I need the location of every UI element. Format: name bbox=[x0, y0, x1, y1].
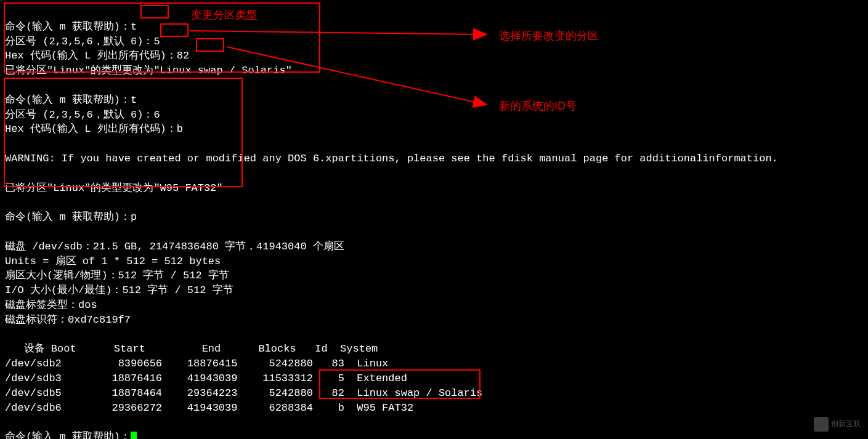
cursor-icon bbox=[131, 432, 137, 439]
watermark-text: 创新互联 bbox=[831, 419, 861, 428]
cmd-prompt-1: 命令(输入 m 获取帮助)： bbox=[5, 21, 131, 33]
partition-row-sdb6: /dev/sdb6 29366272 41943039 6288384 b W9… bbox=[5, 402, 413, 414]
partition-row-sdb3: /dev/sdb3 18876416 41943039 11533312 5 E… bbox=[5, 373, 407, 384]
cmd-line-p: 命令(输入 m 获取帮助)：p bbox=[5, 211, 137, 223]
watermark: 创新互联 bbox=[814, 417, 861, 432]
hex-code-b: Hex 代码(输入 L 列出所有代码)：b bbox=[5, 123, 183, 135]
units-line: Units = 扇区 of 1 * 512 = 512 bytes bbox=[5, 256, 221, 267]
hex-code-prompt-1: Hex 代码(输入 L 列出所有代码)： bbox=[5, 50, 177, 62]
disk-ident-line: 磁盘标识符：0xd7c819f7 bbox=[5, 314, 131, 326]
watermark-logo-icon bbox=[814, 417, 829, 432]
partition-num-6: 分区号 (2,3,5,6，默认 6)：6 bbox=[5, 109, 160, 121]
partition-table-header: 设备 Boot Start End Blocks Id System bbox=[5, 343, 378, 355]
partition-num-5: 5 bbox=[153, 36, 160, 47]
sector-size-line: 扇区大小(逻辑/物理)：512 字节 / 512 字节 bbox=[5, 270, 229, 281]
annotation-change-type: 变更分区类型 bbox=[191, 7, 258, 23]
result-swap: 已将分区"Linux"的类型更改为"Linux swap / Solaris" bbox=[5, 65, 292, 76]
io-size-line: I/O 大小(最小/最佳)：512 字节 / 512 字节 bbox=[5, 284, 233, 296]
label-type-line: 磁盘标签类型：dos bbox=[5, 299, 97, 311]
cmd-prompt-final[interactable]: 命令(输入 m 获取帮助)： bbox=[5, 431, 131, 439]
terminal-output: 命令(输入 m 获取帮助)：t 分区号 (2,3,5,6，默认 6)：5 Hex… bbox=[5, 5, 863, 439]
annotation-select-partition: 选择所要改变的分区 bbox=[499, 28, 599, 44]
partition-row-sdb5: /dev/sdb5 18878464 29364223 5242880 82 L… bbox=[5, 387, 482, 399]
partition-row-sdb2: /dev/sdb2 8390656 18876415 5242880 83 Li… bbox=[5, 358, 388, 369]
annotation-new-system-id: 新的系统的ID号 bbox=[499, 99, 577, 114]
cmd-line-2-t: 命令(输入 m 获取帮助)：t bbox=[5, 94, 137, 106]
disk-line: 磁盘 /dev/sdb：21.5 GB, 21474836480 字节，4194… bbox=[5, 241, 344, 252]
result-fat32: 已将分区"Linux"的类型更改为"W95 FAT32" bbox=[5, 182, 223, 194]
warning-text: WARNING: If you have created or modified… bbox=[5, 153, 778, 164]
cmd-input-t: t bbox=[131, 21, 137, 33]
hex-code-82: 82 bbox=[177, 50, 189, 62]
partition-num-prompt-1: 分区号 (2,3,5,6，默认 6)： bbox=[5, 36, 153, 47]
